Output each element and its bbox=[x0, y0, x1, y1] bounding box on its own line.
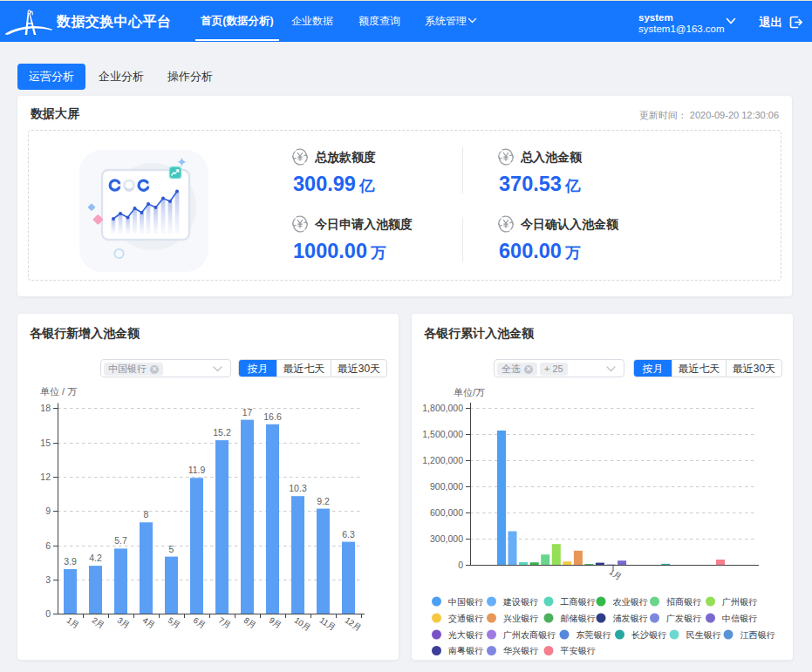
svg-text:3月: 3月 bbox=[116, 615, 132, 630]
svg-text:民生银行: 民生银行 bbox=[686, 630, 721, 640]
svg-text:光大银行: 光大银行 bbox=[448, 630, 483, 640]
svg-text:8: 8 bbox=[144, 509, 149, 519]
svg-text:900,000: 900,000 bbox=[430, 481, 463, 492]
svg-text:邮储银行: 邮储银行 bbox=[561, 614, 596, 623]
svg-text:15.2: 15.2 bbox=[213, 427, 231, 438]
svg-text:农业银行: 农业银行 bbox=[613, 597, 648, 607]
svg-text:平安银行: 平安银行 bbox=[561, 646, 596, 655]
svg-text:广发银行: 广发银行 bbox=[666, 614, 701, 623]
svg-text:中国银行: 中国银行 bbox=[448, 597, 483, 607]
svg-text:11.9: 11.9 bbox=[188, 465, 206, 475]
svg-text:0: 0 bbox=[45, 608, 51, 619]
svg-text:1月: 1月 bbox=[608, 567, 624, 581]
svg-text:3.9: 3.9 bbox=[64, 556, 77, 567]
svg-text:0: 0 bbox=[458, 560, 463, 570]
svg-text:浦发银行: 浦发银行 bbox=[613, 614, 648, 623]
svg-text:南粤银行: 南粤银行 bbox=[448, 646, 483, 655]
svg-text:5: 5 bbox=[169, 544, 174, 554]
svg-text:4.2: 4.2 bbox=[89, 553, 102, 563]
svg-text:兴业银行: 兴业银行 bbox=[503, 614, 538, 623]
svg-text:江西银行: 江西银行 bbox=[740, 630, 775, 640]
svg-text:建设银行: 建设银行 bbox=[502, 597, 538, 607]
svg-text:15: 15 bbox=[40, 438, 51, 448]
svg-text:华兴银行: 华兴银行 bbox=[503, 646, 538, 655]
svg-text:长沙银行: 长沙银行 bbox=[631, 630, 666, 640]
svg-text:9: 9 bbox=[45, 506, 51, 516]
svg-text:6: 6 bbox=[45, 540, 51, 551]
svg-text:7月: 7月 bbox=[217, 615, 233, 630]
svg-text:广州农商银行: 广州农商银行 bbox=[503, 630, 556, 640]
svg-text:600,000: 600,000 bbox=[430, 507, 463, 518]
svg-text:4月: 4月 bbox=[141, 615, 157, 630]
svg-text:交通银行: 交通银行 bbox=[448, 614, 483, 623]
svg-text:1月: 1月 bbox=[65, 615, 81, 630]
svg-text:300,000: 300,000 bbox=[430, 533, 463, 544]
svg-text:单位 / 万: 单位 / 万 bbox=[40, 386, 77, 397]
svg-text:18: 18 bbox=[40, 403, 51, 413]
svg-text:中信银行: 中信银行 bbox=[722, 614, 757, 623]
svg-text:8月: 8月 bbox=[242, 615, 258, 630]
svg-text:1,500,000: 1,500,000 bbox=[422, 429, 463, 439]
svg-text:1,200,000: 1,200,000 bbox=[422, 455, 463, 465]
svg-text:5月: 5月 bbox=[167, 615, 182, 630]
svg-text:12: 12 bbox=[40, 472, 51, 482]
svg-text:单位/万: 单位/万 bbox=[454, 387, 485, 397]
svg-text:6.3: 6.3 bbox=[342, 529, 355, 540]
svg-text:工商银行: 工商银行 bbox=[561, 597, 596, 607]
svg-text:10月: 10月 bbox=[293, 615, 313, 633]
svg-text:6月: 6月 bbox=[192, 615, 208, 630]
svg-text:3: 3 bbox=[45, 574, 51, 585]
svg-text:广州银行: 广州银行 bbox=[722, 597, 757, 607]
svg-text:16.6: 16.6 bbox=[263, 411, 282, 422]
svg-text:1,800,000: 1,800,000 bbox=[422, 403, 463, 413]
svg-text:10.3: 10.3 bbox=[289, 483, 307, 493]
svg-text:12月: 12月 bbox=[344, 615, 364, 633]
svg-text:招商银行: 招商银行 bbox=[666, 597, 701, 607]
svg-text:9月: 9月 bbox=[268, 615, 283, 630]
svg-text:11月: 11月 bbox=[318, 615, 338, 633]
svg-text:9.2: 9.2 bbox=[317, 496, 330, 506]
svg-text:东莞银行: 东莞银行 bbox=[577, 630, 611, 640]
svg-text:17: 17 bbox=[242, 407, 253, 417]
svg-text:5.7: 5.7 bbox=[114, 535, 127, 546]
svg-text:2月: 2月 bbox=[91, 615, 106, 630]
